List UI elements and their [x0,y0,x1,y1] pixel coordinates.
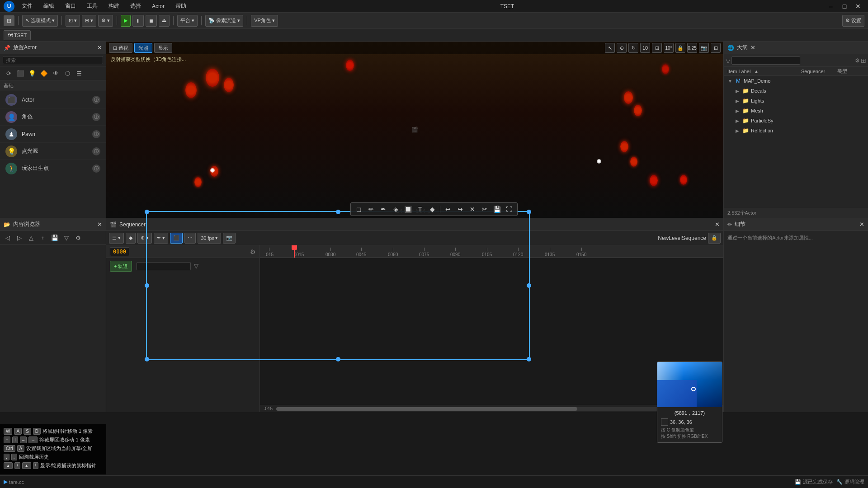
cb-add-btn[interactable]: + [38,233,48,243]
actor-item-character[interactable]: 👤 角色 ⓘ [0,108,106,126]
ann-undo-btn[interactable]: ↩ [443,204,453,215]
place-actor-close[interactable]: ✕ [97,44,102,51]
outliner-columns-btn[interactable]: ⊞ [861,57,866,64]
menu-actor[interactable]: Actor [148,1,168,11]
vp-layout-btn[interactable]: ⊞ [711,43,721,53]
menu-tools[interactable]: 工具 [83,0,101,12]
vp-snap-btn[interactable]: 🔒 [675,43,685,53]
color-gradient[interactable] [657,362,722,407]
sequencer-close-btn[interactable]: ✕ [715,221,720,228]
seq-more-btn[interactable]: ⋯ [184,233,196,244]
cb-forward-btn[interactable]: ▷ [14,233,24,243]
actor-info-pawn[interactable]: ⓘ [92,130,100,138]
ann-fullscreen-btn[interactable]: ⛶ [504,204,514,215]
stop-btn[interactable]: ⏹ [146,15,157,27]
ann-pen-btn[interactable]: ✒ [378,204,389,215]
expand-arrow-reflection[interactable]: ▶ [735,128,740,133]
outliner-close-btn[interactable]: ✕ [750,44,755,51]
actor-item-actor[interactable]: ⬛ Actor ⓘ [0,91,106,108]
map-name-btn[interactable]: 🗺 TSET [4,30,31,40]
menu-select[interactable]: 选择 [127,0,145,12]
outliner-item-reflection[interactable]: ▶ 📁 Reflection [731,126,868,136]
cb-filter-btn[interactable]: ▽ [61,233,71,243]
vp-translate-btn[interactable]: ⊕ [617,43,627,53]
seq-add-key-btn[interactable]: ◆ [126,233,136,244]
actor-info-character[interactable]: ⓘ [92,113,100,121]
build-btn[interactable]: ⚙ ▾ [98,15,113,27]
outliner-filter-icon[interactable]: ▽ [726,57,731,64]
expand-arrow-mesh[interactable]: ▶ [735,108,740,113]
expand-arrow-decals[interactable]: ▶ [735,88,740,94]
outliner-item-mapdemo[interactable]: ▼ M MAP_Demo [724,76,868,86]
play-btn[interactable]: ▶ [121,15,131,27]
vp-lighting-btn[interactable]: 光照 [134,43,152,53]
outliner-item-particlesy[interactable]: ▶ 📁 ParticleSy [731,116,868,126]
vp-grid-btn[interactable]: ⊞ [652,43,662,53]
add-track-btn[interactable]: + 轨道 [110,261,132,272]
outliner-item-lights[interactable]: ▶ 📁 Lights [731,96,868,106]
minimize-btn[interactable]: – [825,2,837,11]
place-recent-btn[interactable]: ⟳ [4,68,14,78]
vp-perspective-btn[interactable]: ⊞ 透视 [109,43,132,53]
snap-btn[interactable]: ⊡ ▾ [66,15,80,27]
seq-lock-btn[interactable]: 🔒 [708,233,721,244]
place-shape-btn[interactable]: 🔶 [39,68,49,78]
vp-select-mode[interactable]: ↖ [605,43,615,53]
cb-save-btn[interactable]: 💾 [50,233,60,243]
tracks-filter-btn[interactable]: ▽ [194,263,198,269]
color-marker[interactable] [691,387,696,391]
actor-item-pointlight[interactable]: 💡 点光源 ⓘ [0,143,106,160]
tracks-settings-btn[interactable]: ⚙ [250,248,256,255]
ann-pencil-btn[interactable]: ✏ [366,204,377,215]
seq-menu-btn[interactable]: ☰ ▾ [109,233,124,244]
seq-pen-btn[interactable]: ✒ ▾ [154,233,168,244]
outliner-search-input[interactable] [731,56,800,65]
actor-info-playerstart[interactable]: ⓘ [92,164,100,173]
ann-save-btn[interactable]: 💾 [491,204,502,215]
pixel-stream-btn[interactable]: 📡 像素流送 ▾ [205,15,243,27]
menu-window[interactable]: 窗口 [61,0,80,12]
actor-item-pawn[interactable]: ♟ Pawn ⓘ [0,126,106,143]
place-actor-search[interactable] [3,56,103,64]
playhead[interactable] [294,245,295,258]
settings-gear-btn[interactable]: ⚙ 设置 [842,15,864,27]
place-volume-btn[interactable]: ⬡ [62,68,72,78]
mode-btn[interactable]: ↖ 选项模式 ▾ [22,15,58,27]
actor-info-pointlight[interactable]: ⓘ [92,147,100,155]
timeline-scrollbar-thumb[interactable] [276,407,577,411]
maximize-btn[interactable]: □ [838,2,851,11]
track-search-input[interactable] [137,262,191,270]
pause-btn[interactable]: ⏸ [132,15,144,27]
viewport[interactable]: ⊞ 透视 光照 显示 ↖ ⊕ ↻ 10 ⊞ 10° 🔒 0.25 📷 ⊞ [106,42,723,218]
menu-file[interactable]: 文件 [18,0,36,12]
cb-up-btn[interactable]: △ [26,233,36,243]
eject-btn[interactable]: ⏏ [159,15,170,27]
vp-rotate-btn[interactable]: ↻ [628,43,638,53]
place-basic-btn[interactable]: ⬛ [15,68,25,78]
vp-color-btn[interactable]: VP角色 ▾ [251,15,278,27]
seq-transform-btn[interactable]: ⊕ ▾ [137,233,152,244]
platform-btn[interactable]: 平台 ▾ [177,15,198,27]
place-light-btn[interactable]: 💡 [27,68,37,78]
vp-show-btn[interactable]: 显示 [154,43,172,53]
cb-settings-btn[interactable]: ⚙ [73,233,83,243]
content-browser-close[interactable]: ✕ [97,221,102,228]
ann-text-btn[interactable]: T [415,204,425,215]
place-all-btn[interactable]: ☰ [74,68,84,78]
ann-rect-btn[interactable]: 🔲 [402,204,413,215]
close-btn[interactable]: ✕ [852,2,864,11]
vp-camera-btn[interactable]: 📷 [699,43,709,53]
seq-record-btn[interactable]: ⬛ [170,233,183,244]
actor-item-playerstart[interactable]: 🚶 玩家出生点 ⓘ [0,160,106,177]
fps-selector[interactable]: 30 fps ▾ [198,233,221,244]
expand-arrow-lights[interactable]: ▶ [735,98,740,103]
menu-help[interactable]: 帮助 [172,0,190,12]
outliner-item-decals[interactable]: ▶ 📁 Decals [731,86,868,96]
seq-camera-btn[interactable]: 📷 [223,233,236,244]
outliner-settings-btn[interactable]: ⚙ [855,57,860,64]
ann-scissors-btn[interactable]: ✂ [479,204,490,215]
ann-diamond-btn[interactable]: ◆ [427,204,438,215]
ann-shape-btn[interactable]: ◈ [390,204,401,215]
details-close-btn[interactable]: ✕ [859,221,864,228]
outliner-item-mesh[interactable]: ▶ 📁 Mesh [731,106,868,116]
